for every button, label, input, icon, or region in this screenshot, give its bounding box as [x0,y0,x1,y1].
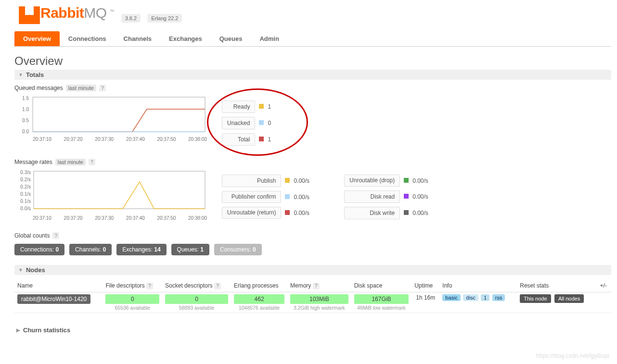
th-plusminus[interactable]: +/- [597,280,611,292]
nodes-table: Name File descriptors ? Socket descripto… [14,280,611,313]
rates-range-pill[interactable]: last minute [55,159,86,165]
swatch-icon [285,178,290,183]
count-consumers[interactable]: Consumers: 0 [214,244,262,255]
help-icon[interactable]: ? [313,283,320,289]
rates-chart-svg: 0.3/s 0.2/s 0.2/s 0.1/s 0.1/s 0.0/s [14,168,207,214]
queued-legend: Ready 1 Unacked 0 Total 1 [221,97,271,149]
node-fd-sub: 65536 available [105,305,159,311]
swatch-icon [285,210,290,215]
svg-text:0.1/s: 0.1/s [20,199,31,204]
rates-legend-b: Unroutable (drop) 0.00/s Disk read 0.00/… [344,171,429,223]
legend-label-unacked[interactable]: Unacked [222,117,255,129]
tab-exchanges[interactable]: Exchanges [160,31,211,46]
queued-heading: Queued messages last minute ? [14,85,611,91]
logo[interactable]: ▙▟ RabbitMQ ™ [19,5,115,21]
count-channels[interactable]: Channels: 0 [69,244,112,255]
page-title: Overview [14,54,611,68]
help-icon[interactable]: ? [89,159,95,165]
legend-value-publish: 0.00/s [293,174,310,188]
rates-x-ticks: 20:37:10 20:37:20 20:37:30 20:37:40 20:3… [33,215,207,221]
node-mem-sub: 3.2GiB high watermark [290,305,348,311]
tab-queues[interactable]: Queues [211,31,251,46]
section-nodes-label: Nodes [26,266,45,274]
swatch-icon [285,194,290,199]
legend-row-unacked: Unacked 0 [221,116,271,130]
main-tabs: Overview Connections Channels Exchanges … [14,31,611,47]
tab-admin[interactable]: Admin [251,31,287,46]
queued-range-pill[interactable]: last minute [66,85,96,91]
global-counts-title: Global counts [14,232,50,239]
info-badge-basic[interactable]: basic [442,294,461,301]
node-uptime: 1h 16m [411,292,439,313]
section-nodes-toggle[interactable]: ▼ Nodes [14,265,611,275]
rates-legend-a: Publish 0.00/s Publisher confirm 0.00/s … [221,171,310,222]
count-connections[interactable]: Connections: 0 [14,244,64,255]
chevron-right-icon: ▶ [16,327,20,333]
swatch-icon [404,194,409,199]
svg-rect-4 [33,97,205,132]
legend-value-unroutable-drop: 0.00/s [412,174,429,187]
svg-text:0.2/s: 0.2/s [20,184,31,189]
node-info: basic disc 1 rss [439,292,517,313]
svg-text:1.0: 1.0 [22,107,29,112]
th-sd: Socket descriptors ? [162,280,231,292]
legend-value-ready: 1 [267,100,271,113]
info-badge-disc[interactable]: disc [463,294,478,301]
help-icon[interactable]: ? [214,283,221,289]
legend-label-pub-confirm[interactable]: Publisher confirm [222,191,281,203]
tab-overview[interactable]: Overview [14,31,60,46]
global-counts-heading: Global counts ? [14,232,611,239]
node-name[interactable]: rabbit@MicroWin10-1420 [17,294,90,304]
rates-chart-row: 0.3/s 0.2/s 0.2/s 0.1/s 0.1/s 0.0/s 20:3… [14,168,611,223]
node-reset: This node All nodes [517,292,597,313]
swatch-icon [259,120,264,125]
svg-text:0.2/s: 0.2/s [20,177,31,182]
swatch-icon [404,210,409,215]
trademark-icon: ™ [110,9,115,14]
help-icon[interactable]: ? [146,283,153,289]
legend-label-disk-read[interactable]: Disk read [344,190,400,203]
legend-row-ready: Ready 1 [221,100,271,113]
svg-rect-11 [34,171,205,209]
rabbitmq-version-badge: 3.8.2 [121,14,141,23]
node-ep-value: 462 [234,294,284,304]
rates-heading: Message rates last minute ? [14,159,611,165]
th-mem: Memory ? [287,280,351,292]
section-churn-label: Churn statistics [23,326,70,334]
th-disk: Disk space [351,280,412,292]
legend-value-unacked: 0 [267,116,271,130]
help-icon[interactable]: ? [52,232,59,239]
th-name: Name [14,280,103,292]
help-icon[interactable]: ? [99,85,106,91]
tab-channels[interactable]: Channels [115,31,161,46]
legend-label-ready[interactable]: Ready [222,100,255,113]
queued-x-ticks: 20:37:10 20:37:20 20:37:30 20:37:40 20:3… [33,137,207,142]
queued-chart-svg: 1.5 1.0 0.5 0.0 [14,94,207,136]
info-badge-rss[interactable]: rss [492,294,505,301]
logo-text: RabbitMQ [40,5,107,21]
svg-text:0.0/s: 0.0/s [20,206,31,211]
legend-label-unroutable-drop[interactable]: Unroutable (drop) [344,175,400,187]
th-fd: File descriptors ? [103,280,162,292]
reset-this-node-button[interactable]: This node [520,294,551,303]
table-row: rabbit@MicroWin10-1420 0 65536 available… [14,292,611,313]
count-queues[interactable]: Queues: 1 [171,244,209,255]
info-badge-one[interactable]: 1 [481,294,489,301]
legend-label-unroutable-return[interactable]: Unroutable (return) [222,207,281,219]
th-uptime: Uptime [411,280,439,292]
node-sd-sub: 58893 available [165,305,228,311]
global-counts-row: Connections: 0 Channels: 0 Exchanges: 14… [14,244,611,255]
node-sd-value: 0 [165,294,228,304]
svg-text:0.3/s: 0.3/s [20,170,31,175]
legend-label-publish[interactable]: Publish [222,175,281,187]
section-totals-toggle[interactable]: ▼ Totals [14,70,611,80]
swatch-icon [259,137,264,141]
reset-all-nodes-button[interactable]: All nodes [554,294,584,303]
tab-connections[interactable]: Connections [60,31,115,46]
section-churn-toggle[interactable]: ▶ Churn statistics [14,323,611,338]
legend-label-total[interactable]: Total [222,133,255,146]
legend-value-disk-write: 0.00/s [412,206,429,220]
legend-value-pub-confirm: 0.00/s [293,190,310,203]
count-exchanges[interactable]: Exchanges: 14 [116,244,166,255]
legend-label-disk-write[interactable]: Disk write [344,207,400,219]
